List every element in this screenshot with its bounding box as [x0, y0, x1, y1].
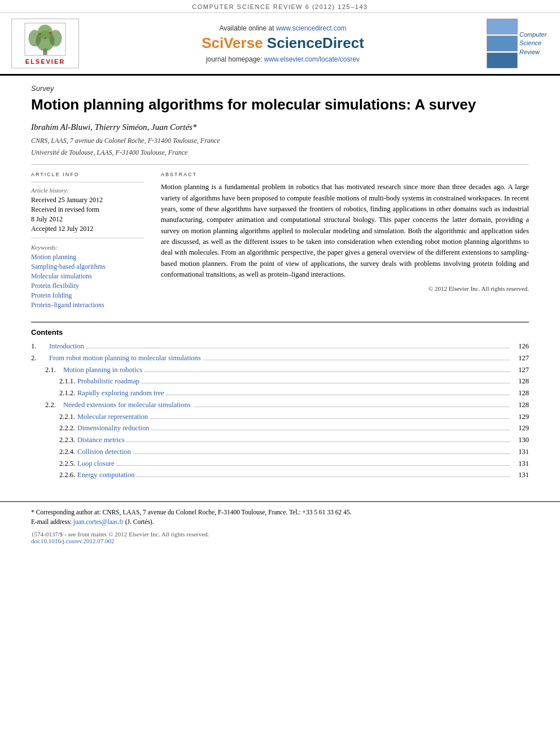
license-text: 1574-0137/$ - see front matter © 2012 El…	[31, 531, 529, 538]
toc-label[interactable]: Rapidly exploring random tree	[77, 388, 164, 399]
toc-label[interactable]: Energy computation	[77, 470, 134, 480]
affiliation-2: Université de Toulouse, LAAS, F-31400 To…	[31, 147, 529, 158]
authors: Ibrahim Al-Bluwi, Thierry Siméon, Juan C…	[31, 123, 529, 132]
keyword-0[interactable]: Motion planning	[31, 253, 144, 261]
divider-info	[31, 182, 144, 182]
history-label: Article history:	[31, 187, 144, 194]
toc-label[interactable]: From robot motion planning to molecular …	[49, 353, 201, 364]
journal-label: Computer Science Review	[519, 19, 546, 68]
header-area: ELSEVIER Available online at www.science…	[0, 13, 560, 76]
keyword-1[interactable]: Sampling-based algorithms	[31, 263, 144, 271]
toc-label[interactable]: Distance metrics	[77, 435, 125, 445]
svg-point-5	[39, 33, 41, 35]
sciencedirect-url[interactable]: www.sciencedirect.com	[276, 24, 347, 32]
toc-page: 131	[512, 458, 529, 469]
journal-label-line2: Science	[519, 39, 546, 47]
keyword-4[interactable]: Protein folding	[31, 291, 144, 300]
footer-area: * Corresponding author at: CNRS, LAAS, 7…	[0, 501, 560, 550]
toc-dots	[137, 477, 510, 477]
journal-thumbnail: Computer Science Review	[487, 19, 549, 68]
toc-item: 2.1.1. Probabilistic roadmap 128	[31, 376, 529, 387]
article-info-col: Article Info Article history: Received 2…	[31, 172, 144, 311]
toc-label[interactable]: Needed extensions for molecular simulati…	[63, 400, 191, 410]
keywords-label: Keywords:	[31, 244, 144, 251]
toc-num: 2.2.5.	[31, 458, 77, 469]
header-center: Available online at www.sciencedirect.co…	[85, 19, 481, 68]
toc-num: 2.1.2.	[31, 388, 77, 399]
toc-page: 129	[512, 423, 529, 434]
authors-text: Ibrahim Al-Bluwi, Thierry Siméon, Juan C…	[31, 123, 196, 132]
toc-label[interactable]: Motion planning in robotics	[63, 365, 142, 375]
toc-num: 2.1.	[31, 365, 63, 375]
elsevier-tree-svg	[23, 23, 68, 56]
toc-page: 127	[512, 353, 529, 364]
thumb-images	[487, 19, 518, 68]
toc-dots	[142, 383, 510, 383]
thumb-img-2	[487, 36, 518, 51]
email-suffix: (J. Cortés).	[125, 518, 154, 525]
toc-label[interactable]: Loop closure	[77, 458, 115, 469]
toc-dots	[193, 407, 510, 407]
toc-label[interactable]: Molecular representation	[77, 412, 148, 422]
toc-label[interactable]: Introduction	[49, 341, 84, 352]
toc-num: 2.1.1.	[31, 376, 77, 387]
keyword-5[interactable]: Protein–ligand interactions	[31, 301, 144, 309]
abstract-col: Abstract Motion planning is a fundamenta…	[161, 172, 529, 311]
abstract-text: Motion planning is a fundamental problem…	[161, 182, 529, 280]
elsevier-logo: ELSEVIER	[11, 19, 79, 68]
survey-label: Survey	[31, 84, 529, 93]
journal-label-line1: Computer	[519, 30, 546, 39]
journal-homepage-url[interactable]: www.elsevier.com/locate/cosrev	[264, 55, 360, 63]
toc-item: 2.2.4. Collision detection 131	[31, 447, 529, 457]
toc-dots	[145, 372, 510, 372]
toc-num: 2.2.	[31, 400, 63, 410]
accepted: Accepted 12 July 2012	[31, 225, 144, 233]
doi-text: doi:10.1016/j.cosrev.2012.07.002	[31, 538, 529, 544]
toc-item: 2.2.2. Dimensionality reduction 129	[31, 423, 529, 434]
main-content: Survey Motion planning algorithms for mo…	[0, 76, 560, 493]
toc-dots	[127, 442, 510, 442]
toc-dots	[151, 430, 510, 430]
two-column-section: Article Info Article history: Received 2…	[31, 172, 529, 311]
journal-header-text: Computer Science Review 6 (2012) 125–143	[192, 3, 368, 10]
keywords-list: Motion planning Sampling-based algorithm…	[31, 253, 144, 309]
toc-item: 2.2.5. Loop closure 131	[31, 458, 529, 469]
contents-title: Contents	[31, 328, 529, 337]
toc-page: 128	[512, 388, 529, 399]
toc-page: 126	[512, 341, 529, 352]
toc-page: 131	[512, 447, 529, 457]
toc-item: 2. From robot motion planning to molecul…	[31, 353, 529, 364]
toc-label[interactable]: Collision detection	[77, 447, 131, 457]
toc-page: 131	[512, 470, 529, 480]
toc-page: 129	[512, 412, 529, 422]
revised-label: Received in revised form	[31, 206, 144, 214]
toc-label[interactable]: Dimensionality reduction	[77, 423, 149, 434]
divider-keywords	[31, 238, 144, 238]
doi-link[interactable]: doi:10.1016/j.cosrev.2012.07.002	[31, 538, 114, 544]
toc-label[interactable]: Probabilistic roadmap	[77, 376, 139, 387]
revised-date: 8 July 2012	[31, 215, 144, 224]
page: Computer Science Review 6 (2012) 125–143…	[0, 0, 560, 747]
toc-container: 1. Introduction 126 2. From robot motion…	[31, 341, 529, 480]
sciencedirect-label: ScienceDirect	[267, 34, 364, 51]
toc-item: 2.2.3. Distance metrics 130	[31, 435, 529, 445]
keyword-3[interactable]: Protein flexibility	[31, 282, 144, 290]
toc-item: 2.1.2. Rapidly exploring random tree 128	[31, 388, 529, 399]
svg-point-7	[45, 37, 46, 39]
toc-num: 2.	[31, 353, 49, 364]
journal-label-line3: Review	[519, 48, 546, 56]
svg-point-4	[38, 24, 53, 39]
toc-page: 128	[512, 376, 529, 387]
toc-dots	[203, 360, 510, 360]
received-1: Received 25 January 2012	[31, 196, 144, 204]
article-title: Motion planning algorithms for molecular…	[31, 96, 529, 113]
toc-dots	[167, 395, 510, 395]
divider-1	[31, 164, 529, 165]
sciverse-title: SciVerse ScienceDirect	[202, 34, 364, 52]
email-label: E-mail address:	[31, 518, 72, 525]
toc-dots	[150, 418, 510, 419]
thumb-img-3	[487, 53, 518, 68]
toc-num: 2.2.2.	[31, 423, 77, 434]
email-link[interactable]: juan.cortes@laas.fr	[73, 518, 124, 525]
keyword-2[interactable]: Molecular simulations	[31, 272, 144, 281]
